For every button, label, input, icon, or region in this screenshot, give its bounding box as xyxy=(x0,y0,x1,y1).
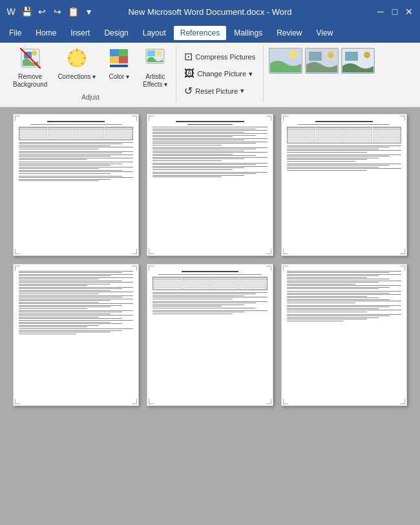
picture-styles-group xyxy=(264,45,380,76)
svg-rect-16 xyxy=(110,56,119,63)
corner-tr-3 xyxy=(400,116,405,121)
adjust-group-label: Adjust xyxy=(81,92,100,102)
corner-tr-2 xyxy=(266,116,271,121)
corner-tr-5 xyxy=(266,266,271,271)
corner-br-5 xyxy=(266,399,271,404)
page-content-4 xyxy=(19,271,133,334)
corner-br-2 xyxy=(266,249,271,254)
artistic-effects-label: ArtisticEffects ▾ xyxy=(143,73,167,89)
reset-picture-arrow: ▾ xyxy=(240,87,244,95)
corner-tl-6 xyxy=(283,266,288,271)
page-thumbnail-6[interactable] xyxy=(281,264,407,406)
corrections-icon xyxy=(67,48,87,72)
artistic-effects-icon xyxy=(145,48,165,72)
menu-insert[interactable]: Insert xyxy=(64,26,96,40)
color-label: Color ▾ xyxy=(109,73,129,81)
page-thumbnail-1[interactable] xyxy=(13,114,139,256)
page-content-6 xyxy=(287,271,401,321)
svg-point-23 xyxy=(289,50,297,58)
change-picture-arrow: ▾ xyxy=(249,70,253,78)
remove-background-button[interactable]: RemoveBackground xyxy=(9,45,51,91)
ribbon: RemoveBackground xyxy=(0,43,420,107)
reset-picture-button[interactable]: ↺ Reset Picture ▾ xyxy=(182,83,258,98)
style-preview-2[interactable] xyxy=(305,48,339,74)
customize-icon[interactable]: ▾ xyxy=(83,6,94,17)
page-thumbnail-5[interactable] xyxy=(147,264,273,406)
document-title: New Microsoft Word Document.docx - Word xyxy=(128,7,291,17)
undo-icon[interactable]: ↩ xyxy=(36,6,48,17)
copy-icon[interactable]: 📋 xyxy=(67,6,79,17)
ribbon-adjust-group: RemoveBackground xyxy=(5,45,176,102)
change-picture-button[interactable]: 🖼 Change Picture ▾ xyxy=(182,67,258,81)
word-icon: W xyxy=(5,6,17,17)
menu-home[interactable]: Home xyxy=(29,26,63,40)
compress-pictures-button[interactable]: ⊡ Compress Pictures xyxy=(182,49,258,64)
title-bar-left: W 💾 ↩ ↪ 📋 ▾ xyxy=(5,6,94,17)
svg-rect-18 xyxy=(110,65,128,67)
svg-rect-15 xyxy=(119,49,128,56)
corner-bl-5 xyxy=(149,399,154,404)
style-preview-3[interactable] xyxy=(341,48,375,74)
menu-bar: File Home Insert Design Layout Reference… xyxy=(0,23,420,43)
menu-view[interactable]: View xyxy=(310,26,340,40)
page-thumbnail-3[interactable] xyxy=(281,114,407,256)
change-picture-icon: 🖼 xyxy=(184,68,194,80)
corner-br-6 xyxy=(400,399,405,404)
save-icon[interactable]: 💾 xyxy=(21,6,32,17)
corner-bl-4 xyxy=(15,399,20,404)
corrections-label: Corrections ▾ xyxy=(58,73,96,81)
svg-rect-14 xyxy=(110,49,119,56)
color-button[interactable]: Color ▾ xyxy=(102,45,136,83)
menu-references[interactable]: References xyxy=(174,26,226,40)
page-content-5 xyxy=(152,271,267,314)
menu-design[interactable]: Design xyxy=(98,26,134,40)
menu-review[interactable]: Review xyxy=(270,26,308,40)
menu-file[interactable]: File xyxy=(3,26,28,40)
remove-background-icon xyxy=(20,48,41,72)
title-bar-right: ─ □ ✕ xyxy=(375,6,415,17)
document-pages-grid xyxy=(0,107,420,525)
corner-tr-6 xyxy=(400,266,405,271)
corner-bl-1 xyxy=(15,249,20,254)
reset-icon: ↺ xyxy=(184,85,193,97)
corner-bl-6 xyxy=(283,399,288,404)
redo-icon[interactable]: ↪ xyxy=(52,6,63,17)
svg-rect-25 xyxy=(309,52,322,61)
change-picture-label: Change Picture xyxy=(197,70,246,78)
compress-label: Compress Pictures xyxy=(195,53,255,61)
artistic-effects-button[interactable]: ArtisticEffects ▾ xyxy=(138,45,172,91)
page-content-2 xyxy=(152,121,267,177)
corner-br-4 xyxy=(132,399,137,404)
page-thumbnail-2[interactable] xyxy=(147,114,273,256)
corner-tr-4 xyxy=(132,266,137,271)
ribbon-adjust-items: RemoveBackground xyxy=(9,45,172,92)
page-content-1 xyxy=(19,121,133,181)
minimize-icon[interactable]: ─ xyxy=(375,6,386,17)
corner-bl-2 xyxy=(149,249,154,254)
corner-bl-3 xyxy=(283,249,288,254)
svg-point-2 xyxy=(32,50,37,56)
svg-rect-28 xyxy=(345,52,358,61)
compress-icon: ⊡ xyxy=(184,50,193,63)
corner-br-1 xyxy=(132,249,137,254)
close-icon[interactable]: ✕ xyxy=(403,6,415,17)
reset-picture-label: Reset Picture xyxy=(195,87,238,95)
style-preview-1[interactable] xyxy=(269,48,302,74)
svg-rect-20 xyxy=(147,50,155,56)
restore-icon[interactable]: □ xyxy=(389,6,401,17)
corner-br-3 xyxy=(400,249,405,254)
svg-point-29 xyxy=(364,52,370,58)
corner-tr-1 xyxy=(132,116,137,121)
remove-background-label: RemoveBackground xyxy=(13,73,47,89)
corrections-button[interactable]: Corrections ▾ xyxy=(54,45,100,83)
svg-rect-17 xyxy=(119,56,128,63)
page-thumbnail-4[interactable] xyxy=(13,264,139,406)
menu-mailings[interactable]: Mailings xyxy=(227,26,269,40)
ribbon-picture-group: ⊡ Compress Pictures 🖼 Change Picture ▾ ↺… xyxy=(176,45,264,102)
menu-layout[interactable]: Layout xyxy=(136,26,173,40)
page-content-3 xyxy=(287,121,401,171)
corner-tl-4 xyxy=(15,266,20,271)
svg-point-26 xyxy=(328,52,334,58)
color-icon xyxy=(109,48,129,72)
title-bar: W 💾 ↩ ↪ 📋 ▾ New Microsoft Word Document.… xyxy=(0,0,420,23)
